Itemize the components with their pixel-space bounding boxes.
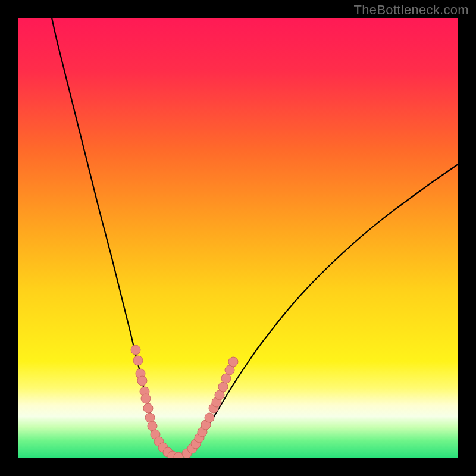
marker-dot (143, 403, 153, 413)
curves-layer (18, 18, 458, 458)
watermark-text: TheBottleneck.com (354, 2, 469, 18)
marker-dot (228, 357, 238, 367)
marker-dot (137, 376, 147, 386)
right-curve (176, 164, 458, 457)
outer-frame: TheBottleneck.com (0, 0, 476, 476)
left-curve (52, 18, 176, 457)
plot-area (18, 18, 458, 458)
marker-dot (131, 345, 140, 355)
marker-dot (205, 413, 214, 422)
marker-dot (141, 394, 151, 403)
marker-dot (145, 413, 155, 422)
marker-dots (131, 345, 238, 458)
marker-dot (133, 356, 143, 365)
